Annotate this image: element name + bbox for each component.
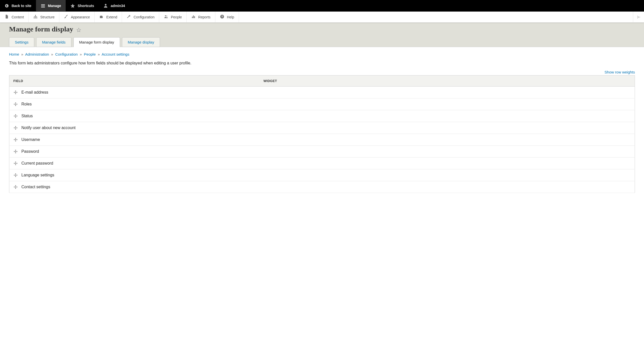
svg-point-8 (36, 17, 37, 18)
breadcrumb-people[interactable]: People (84, 52, 96, 56)
svg-rect-1 (41, 4, 45, 5)
menu-structure[interactable]: Structure (29, 12, 59, 22)
shortcuts-button[interactable]: Shortcuts (66, 0, 99, 11)
svg-text:?: ? (221, 15, 223, 18)
manage-button[interactable]: Manage (36, 0, 66, 11)
tabs: Settings Manage fields Manage form displ… (9, 37, 635, 47)
widget-cell (259, 87, 635, 98)
manage-label: Manage (48, 4, 61, 8)
table-row[interactable]: Username (9, 134, 635, 146)
menu-help[interactable]: ? Help (215, 12, 239, 22)
menu-reports-label: Reports (198, 15, 211, 19)
drag-handle-icon[interactable] (13, 185, 18, 189)
breadcrumb-administration[interactable]: Administration (25, 52, 49, 56)
top-toolbar: Back to site Manage Shortcuts admin34 (0, 0, 644, 12)
menu-extend-label: Extend (106, 15, 117, 19)
menu-people-label: People (171, 15, 182, 19)
table-row[interactable]: Roles (9, 98, 635, 110)
svg-rect-3 (41, 7, 45, 7)
drag-handle-icon[interactable] (13, 161, 18, 166)
widget-cell (259, 169, 635, 181)
widget-cell (259, 134, 635, 146)
widget-cell (259, 98, 635, 110)
widget-cell (259, 122, 635, 134)
table-row[interactable]: Status (9, 110, 635, 122)
menu-extend[interactable]: Extend (95, 12, 122, 22)
svg-rect-11 (192, 17, 193, 18)
puzzle-icon (99, 14, 104, 20)
chevron-left-icon (5, 4, 9, 8)
page-title: Manage form display (9, 25, 73, 33)
drag-handle-icon[interactable] (13, 173, 18, 177)
toolbar-collapse-toggle[interactable] (633, 12, 644, 22)
user-icon (103, 3, 108, 8)
star-icon (70, 3, 75, 8)
field-label: Status (21, 114, 33, 118)
svg-point-10 (166, 16, 167, 17)
menu-content[interactable]: Content (0, 12, 29, 22)
bar-chart-icon (191, 14, 196, 20)
content: Home » Administration » Configuration » … (0, 47, 644, 198)
shortcut-star-icon[interactable] (76, 27, 81, 33)
hierarchy-icon (33, 14, 38, 20)
page-header: Manage form display Settings Manage fiel… (0, 23, 644, 47)
fields-table: Field Widget E-mail addressRolesStatusNo… (9, 75, 635, 193)
hamburger-icon (41, 3, 46, 8)
drag-handle-icon[interactable] (13, 137, 18, 142)
breadcrumb-account-settings[interactable]: Account settings (102, 52, 129, 56)
menu-configuration[interactable]: Configuration (122, 12, 159, 22)
table-row[interactable]: Contact settings (9, 181, 635, 193)
widget-cell (259, 158, 635, 169)
svg-point-5 (35, 15, 36, 16)
menu-people[interactable]: People (159, 12, 187, 22)
svg-rect-12 (193, 16, 194, 18)
tab-manage-form-display[interactable]: Manage form display (73, 37, 120, 47)
menu-structure-label: Structure (40, 15, 55, 19)
drag-handle-icon[interactable] (13, 149, 18, 154)
field-label: Notify user about new account (21, 126, 75, 130)
menu-reports[interactable]: Reports (187, 12, 215, 22)
svg-point-9 (165, 15, 166, 17)
menu-appearance-label: Appearance (71, 15, 90, 19)
drag-handle-icon[interactable] (13, 126, 18, 130)
shortcuts-label: Shortcuts (78, 4, 94, 8)
field-label: Current password (21, 161, 53, 166)
breadcrumb-home[interactable]: Home (9, 52, 19, 56)
table-row[interactable]: E-mail address (9, 87, 635, 98)
table-row[interactable]: Password (9, 146, 635, 158)
widget-cell (259, 110, 635, 122)
tab-settings[interactable]: Settings (9, 37, 34, 47)
widget-cell (259, 146, 635, 158)
table-row[interactable]: Current password (9, 158, 635, 169)
menu-help-label: Help (227, 15, 234, 19)
drag-handle-icon[interactable] (13, 114, 18, 118)
menu-configuration-label: Configuration (134, 15, 154, 19)
table-row[interactable]: Language settings (9, 169, 635, 181)
svg-point-6 (34, 17, 35, 18)
col-widget: Widget (259, 75, 635, 87)
field-label: E-mail address (21, 90, 48, 95)
tab-manage-display[interactable]: Manage display (122, 37, 160, 47)
svg-rect-13 (194, 16, 195, 18)
paintbrush-icon (64, 14, 68, 20)
admin-menu: Content Structure Appearance Extend Conf… (0, 12, 644, 23)
field-label: Roles (21, 102, 32, 106)
tab-manage-fields[interactable]: Manage fields (36, 37, 71, 47)
menu-appearance[interactable]: Appearance (59, 12, 95, 22)
col-field: Field (9, 75, 260, 87)
svg-point-0 (5, 4, 9, 8)
back-to-site-label: Back to site (12, 4, 31, 8)
svg-rect-2 (41, 6, 45, 6)
field-label: Language settings (21, 173, 54, 177)
back-to-site-button[interactable]: Back to site (0, 0, 36, 11)
drag-handle-icon[interactable] (13, 90, 18, 95)
table-row[interactable]: Notify user about new account (9, 122, 635, 134)
user-label: admin34 (111, 4, 125, 8)
user-button[interactable]: admin34 (99, 0, 130, 11)
breadcrumb-configuration[interactable]: Configuration (55, 52, 78, 56)
breadcrumb: Home » Administration » Configuration » … (9, 52, 635, 56)
show-row-weights-link[interactable]: Show row weights (605, 70, 635, 74)
drag-handle-icon[interactable] (13, 102, 18, 106)
field-label: Contact settings (21, 185, 50, 189)
document-icon (5, 14, 9, 20)
